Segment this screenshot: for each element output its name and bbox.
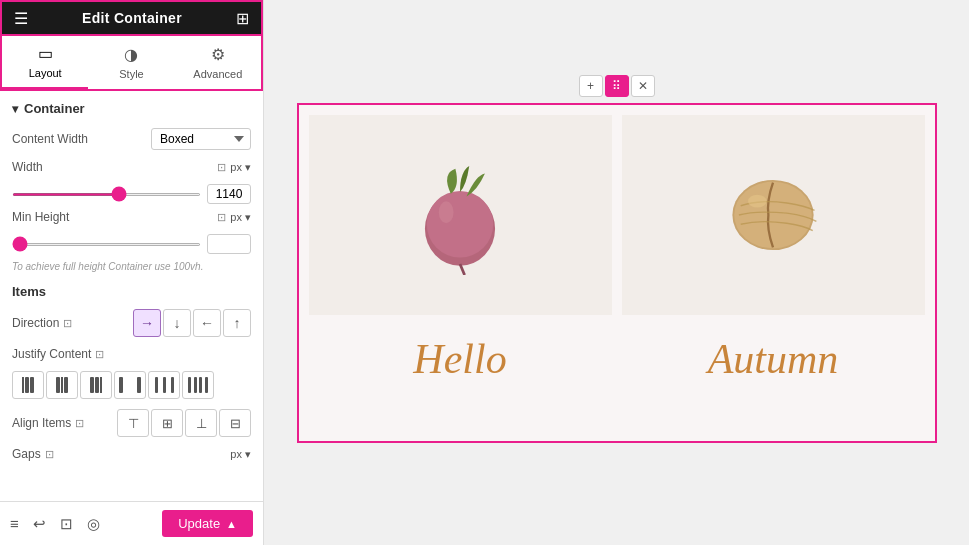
justify-content-row: Justify Content ⊡ [12, 347, 251, 361]
canvas-container: + ⠿ ✕ [297, 103, 937, 443]
min-height-px-label: px ▾ [230, 211, 251, 224]
hello-text: Hello [309, 325, 612, 393]
section-container-title: Container [12, 101, 251, 116]
canvas-area: + ⠿ ✕ [264, 0, 969, 545]
update-label: Update [178, 516, 220, 531]
width-slider-container [12, 184, 251, 204]
direction-row: Direction ⊡ → ↓ ← ↑ [12, 309, 251, 337]
direction-label: Direction [12, 316, 59, 330]
align-stretch-btn[interactable]: ⊟ [219, 409, 251, 437]
justify-content-label-group: Justify Content ⊡ [12, 347, 104, 361]
min-height-slider-row [12, 234, 251, 254]
direction-down-btn[interactable]: ↓ [163, 309, 191, 337]
beet-svg [400, 155, 520, 275]
eye-icon[interactable]: ◎ [87, 515, 100, 533]
hint-text: To achieve full height Container use 100… [12, 260, 251, 274]
bottom-toolbar: ≡ ↩ ⊡ ◎ Update ▲ [0, 501, 263, 545]
gaps-monitor-icon: ⊡ [45, 448, 54, 461]
align-top-btn[interactable]: ⊤ [117, 409, 149, 437]
history-icon[interactable]: ↩ [33, 515, 46, 533]
direction-left-btn[interactable]: ← [193, 309, 221, 337]
width-row: Width ⊡ px ▾ [12, 160, 251, 174]
update-chevron-icon: ▲ [226, 518, 237, 530]
svg-point-3 [439, 201, 454, 223]
float-toolbar: + ⠿ ✕ [579, 75, 655, 97]
width-monitor-icon: ⊡ [217, 161, 226, 174]
menu-icon[interactable]: ☰ [14, 9, 28, 28]
width-px-label: px ▾ [230, 161, 251, 174]
gaps-row: Gaps ⊡ px ▾ [12, 447, 251, 461]
justify-content-btn-group [12, 371, 251, 399]
gaps-label-group: Gaps ⊡ [12, 447, 54, 461]
min-height-slider[interactable] [12, 243, 201, 246]
min-height-slider-container [12, 234, 251, 254]
justify-start-btn[interactable] [12, 371, 44, 399]
responsive-icon[interactable]: ⊡ [60, 515, 73, 533]
left-panel: ☰ Edit Container ⊞ ▭ Layout ◑ Style ⚙ Ad… [0, 0, 264, 545]
min-height-input[interactable] [207, 234, 251, 254]
svg-point-1 [427, 191, 493, 257]
float-add-btn[interactable]: + [579, 75, 603, 97]
gaps-px-label: px ▾ [230, 448, 251, 461]
content-width-label: Content Width [12, 132, 88, 146]
align-items-label-group: Align Items ⊡ [12, 416, 84, 430]
gaps-label: Gaps [12, 447, 41, 461]
align-middle-btn[interactable]: ⊞ [151, 409, 183, 437]
bottom-icons-group: ≡ ↩ ⊡ ◎ [10, 515, 100, 533]
beet-card [309, 115, 612, 315]
style-icon: ◑ [124, 45, 138, 64]
justify-center-btn[interactable] [46, 371, 78, 399]
tabs-row: ▭ Layout ◑ Style ⚙ Advanced [0, 36, 263, 91]
min-height-monitor-icon: ⊡ [217, 211, 226, 224]
tab-style[interactable]: ◑ Style [88, 36, 174, 89]
align-items-label: Align Items [12, 416, 71, 430]
direction-up-btn[interactable]: ↑ [223, 309, 251, 337]
tab-style-label: Style [119, 68, 143, 80]
align-items-btn-group: ⊤ ⊞ ⊥ ⊟ [117, 409, 251, 437]
panel-title: Edit Container [82, 10, 182, 26]
align-bottom-btn[interactable]: ⊥ [185, 409, 217, 437]
justify-space-between-btn[interactable] [114, 371, 146, 399]
content-width-select[interactable]: Boxed Full Width [151, 128, 251, 150]
width-label: Width [12, 160, 43, 174]
justify-space-around-btn[interactable] [148, 371, 180, 399]
update-button[interactable]: Update ▲ [162, 510, 253, 537]
direction-right-btn[interactable]: → [133, 309, 161, 337]
direction-label-group: Direction ⊡ [12, 316, 72, 330]
tab-advanced[interactable]: ⚙ Advanced [175, 36, 261, 89]
panel-content: Container Content Width Boxed Full Width… [0, 91, 263, 501]
grid-icon[interactable]: ⊞ [236, 9, 249, 28]
walnut-card [622, 115, 925, 315]
direction-btn-group: → ↓ ← ↑ [133, 309, 251, 337]
autumn-text: Autumn [622, 325, 925, 393]
image-row [309, 115, 925, 315]
direction-monitor-icon: ⊡ [63, 317, 72, 330]
align-items-row: Align Items ⊡ ⊤ ⊞ ⊥ ⊟ [12, 409, 251, 437]
hamburger-icon[interactable]: ≡ [10, 515, 19, 533]
width-input[interactable] [207, 184, 251, 204]
align-monitor-icon: ⊡ [75, 417, 84, 430]
justify-content-label: Justify Content [12, 347, 91, 361]
gaps-unit: px ▾ [230, 448, 251, 461]
float-close-btn[interactable]: ✕ [631, 75, 655, 97]
canvas-box: Hello Autumn [297, 103, 937, 443]
layout-icon: ▭ [38, 44, 53, 63]
float-drag-btn[interactable]: ⠿ [605, 75, 629, 97]
tab-layout[interactable]: ▭ Layout [2, 36, 88, 89]
justify-end-btn[interactable] [80, 371, 112, 399]
walnut-svg [713, 155, 833, 275]
svg-point-6 [748, 194, 766, 207]
width-slider-row [12, 184, 251, 204]
text-row: Hello Autumn [309, 325, 925, 393]
tab-advanced-label: Advanced [193, 68, 242, 80]
justify-monitor-icon: ⊡ [95, 348, 104, 361]
min-height-label: Min Height [12, 210, 69, 224]
content-width-row: Content Width Boxed Full Width [12, 128, 251, 150]
items-label: Items [12, 284, 251, 299]
advanced-icon: ⚙ [211, 45, 225, 64]
min-height-row: Min Height ⊡ px ▾ [12, 210, 251, 224]
width-slider[interactable] [12, 193, 201, 196]
justify-space-evenly-btn[interactable] [182, 371, 214, 399]
tab-layout-label: Layout [29, 67, 62, 79]
content-width-control: Boxed Full Width [151, 128, 251, 150]
